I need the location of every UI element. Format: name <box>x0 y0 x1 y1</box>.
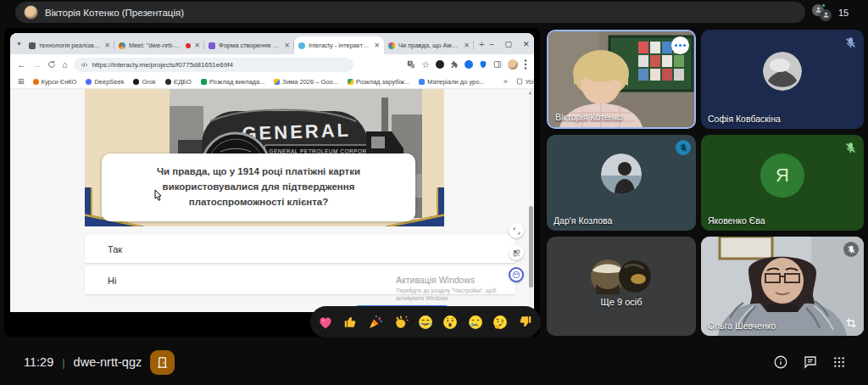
all-bookmarks-button[interactable]: Усі закладки <box>516 78 534 86</box>
participant-name: Софія Ковбаскіна <box>708 114 781 124</box>
translate-icon[interactable]: A <box>407 60 415 69</box>
tab-5-favicon <box>388 42 395 49</box>
reload-icon[interactable] <box>47 60 56 69</box>
shield-icon[interactable] <box>479 60 487 69</box>
more-participants-label: Ще 9 осіб <box>547 297 696 307</box>
participant-count-button[interactable]: 15 <box>812 3 849 22</box>
tile-options-button[interactable] <box>671 36 689 54</box>
bookmark-5[interactable]: Розклад виклада... <box>201 78 264 86</box>
participant-count: 15 <box>838 8 849 18</box>
bookmarks-overflow-chevron[interactable]: » <box>504 77 507 86</box>
crop-pin-icon[interactable] <box>845 317 857 329</box>
reaction-thinking-icon[interactable] <box>491 313 509 332</box>
extension-blue-icon[interactable] <box>465 60 473 69</box>
tile-olga-shevchenko[interactable]: Ольга Шевченко <box>701 237 864 336</box>
reaction-party-icon[interactable] <box>366 313 385 332</box>
chat-button[interactable] <box>803 354 818 370</box>
site-info-icon[interactable] <box>81 61 88 69</box>
tab-4-interacty-active[interactable]: Interacty - інтерактивні ✕ <box>294 36 384 54</box>
bookmark-3[interactable]: Grok <box>133 78 155 86</box>
new-tab-button[interactable]: + <box>479 39 484 49</box>
recording-dot-icon <box>186 43 191 48</box>
forward-button[interactable]: → <box>32 60 42 70</box>
browser-menu-icon[interactable] <box>524 59 527 70</box>
tab-1-close-icon[interactable]: ✕ <box>104 42 110 49</box>
online-dot <box>821 3 826 8</box>
participant-name: Дар'я Козлова <box>554 215 612 226</box>
quiz-question-card: Чи правда, що у 1914 році платіжні картк… <box>102 153 415 221</box>
presenter-avatar <box>24 5 38 20</box>
tile-sofia-kovbaskina[interactable]: Софія Ковбаскіна <box>701 30 864 129</box>
participants-icon <box>812 4 834 21</box>
tab-4-favicon <box>298 42 305 49</box>
participant-name: Яковенко Єва <box>708 215 765 226</box>
tab-2-favicon <box>119 42 125 49</box>
tile-darya-kozlova[interactable]: Дар'я Козлова <box>547 135 696 231</box>
reaction-laugh-icon[interactable] <box>416 313 435 332</box>
tab-3[interactable]: Форма створення резу ✕ <box>204 36 294 54</box>
bookmark-4[interactable]: ЄДБО <box>165 78 192 86</box>
url-text: https://interacty.me/projects/f0775d8165… <box>92 61 233 69</box>
mouse-cursor <box>154 189 163 201</box>
home-icon[interactable]: ⌂ <box>62 60 68 70</box>
qr-code-button[interactable] <box>509 245 524 260</box>
tile-viktoria-kotenko[interactable]: Вікторія Котенко <box>547 30 696 129</box>
tile-more-participants[interactable]: Ще 9 осіб <box>547 237 696 336</box>
minimize-button[interactable]: – <box>489 40 493 48</box>
reaction-wow-icon[interactable] <box>441 313 459 332</box>
extension-grok-icon[interactable] <box>436 60 444 69</box>
scroll-up-arrow[interactable]: ▲ <box>528 90 532 95</box>
tab-5-close-icon[interactable]: ✕ <box>464 42 470 49</box>
reaction-heart-icon[interactable] <box>316 313 335 332</box>
sofia-avatar <box>763 52 802 91</box>
mic-off-badge <box>676 140 691 155</box>
tab-5[interactable]: Чи правда, що Америк ✕ <box>384 36 474 54</box>
meet-control-bar: 11:29 | dwe-nrtt-qgz <box>0 339 868 385</box>
profile-avatar[interactable] <box>508 59 518 70</box>
browser-toolbar: ← → ⌂ https://interacty.me/projects/f077… <box>10 54 534 75</box>
tab-2-close-icon[interactable]: ✕ <box>194 42 200 49</box>
bookmark-star-icon[interactable]: ☆ <box>421 60 430 70</box>
overflow-avatars <box>587 259 655 294</box>
separator: | <box>62 356 64 369</box>
browser-window: ▼ технологія реалізації пр ✕ Meet: "dwe-… <box>10 33 534 312</box>
reaction-cry-icon[interactable] <box>466 313 485 332</box>
tab-2-meet[interactable]: Meet: "dwe-nrtt-qgz" ✕ <box>114 36 204 54</box>
bookmark-1[interactable]: Курси ЄнКО <box>33 78 77 86</box>
tab-search-chevron-icon[interactable]: ▼ <box>16 41 22 47</box>
presenter-bar: Вікторія Котенко (Презентація) <box>15 2 805 23</box>
reaction-thumbs-up-icon[interactable] <box>342 313 360 332</box>
back-button[interactable]: ← <box>17 60 26 70</box>
tab-4-close-icon[interactable]: ✕ <box>374 42 380 49</box>
tab-1[interactable]: технологія реалізації пр ✕ <box>25 36 114 54</box>
meeting-code: dwe-nrtt-qgz <box>74 355 142 369</box>
meeting-safety-door-button[interactable] <box>150 350 175 375</box>
mic-off-icon <box>844 36 857 49</box>
maximize-button[interactable]: ▢ <box>504 40 512 48</box>
reaction-thumbs-down-icon[interactable] <box>516 313 535 332</box>
meeting-details-info-button[interactable] <box>773 354 788 370</box>
bookmark-2[interactable]: DeepSeek <box>86 78 124 86</box>
extensions-puzzle-icon[interactable] <box>450 60 459 69</box>
presenter-name: Вікторія Котенко (Презентація) <box>45 8 184 18</box>
tile-yakovenko-eva[interactable]: Я Яковенко Єва <box>701 135 864 231</box>
bookmark-8[interactable]: Матеріали до уро... <box>419 78 484 86</box>
apps-grid-icon[interactable]: ⊞ <box>18 77 24 86</box>
fullscreen-button[interactable] <box>509 223 524 238</box>
bookmarks-bar: ⊞ Курси ЄнКО DeepSeek Grok ЄДБО Розклад … <box>10 75 534 89</box>
reactions-bar <box>310 306 541 338</box>
sidebar-icon[interactable] <box>493 60 502 69</box>
bookmark-7[interactable]: Розклад зарубіж... <box>348 78 409 86</box>
quiz-page: GENERAL GENERAL PETROLEUM CORPORATION Mo… <box>10 89 534 312</box>
answer-option-yes[interactable]: Так <box>85 235 515 263</box>
screen-share-tile[interactable]: ▼ технологія реалізації пр ✕ Meet: "dwe-… <box>4 28 540 337</box>
quiz-question-text: Чи правда, що у 1914 році платіжні картк… <box>119 165 398 209</box>
reaction-clap-icon[interactable] <box>392 313 410 332</box>
mic-off-icon <box>844 142 857 154</box>
address-bar[interactable]: https://interacty.me/projects/f0775d8165… <box>74 58 353 72</box>
tab-3-close-icon[interactable]: ✕ <box>284 42 290 49</box>
bookmark-6[interactable]: Зима 2026 – Goo... <box>274 78 338 86</box>
close-window-button[interactable]: ✕ <box>523 40 530 48</box>
participant-name: Ольга Шевченко <box>708 321 776 331</box>
activities-grid-button[interactable] <box>832 355 846 369</box>
